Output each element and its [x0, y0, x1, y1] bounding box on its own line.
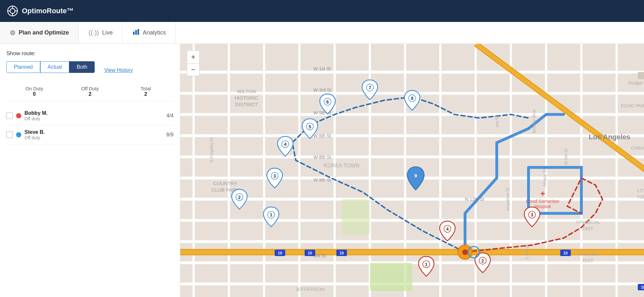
svg-rect-39	[370, 263, 412, 291]
svg-text:2: 2	[481, 258, 484, 263]
logo-text: OptimoRoute™	[22, 7, 74, 15]
svg-point-104	[462, 249, 468, 255]
stat-total: Total 2	[118, 86, 174, 97]
map-controls: + −	[187, 50, 200, 76]
svg-text:W 3rd St: W 3rd St	[313, 87, 331, 93]
view-history-link[interactable]: View History	[104, 64, 133, 76]
stats-row: On Duty 0 Off Duty 2 Total 2	[6, 86, 174, 101]
stat-on-duty: On Duty 0	[6, 86, 62, 97]
route-toggle: Planned Actual Both	[6, 61, 95, 73]
svg-text:N 12th St: N 12th St	[465, 197, 484, 202]
svg-point-1	[10, 8, 15, 13]
app-logo: OptimoRoute™	[6, 5, 74, 17]
svg-text:Good Samaritan: Good Samaritan	[526, 199, 559, 204]
svg-text:4: 4	[284, 142, 287, 147]
svg-text:1: 1	[270, 212, 272, 217]
svg-text:LITTLE: LITTLE	[637, 188, 644, 193]
svg-text:Beverly Blvd: Beverly Blvd	[532, 110, 536, 133]
svg-text:10: 10	[308, 251, 312, 255]
driver-checkbox-0[interactable]	[6, 113, 13, 119]
driver-info-1: Steve B. Off duty	[24, 129, 163, 140]
svg-text:5: 5	[309, 124, 311, 129]
tab-live-label: Live	[102, 29, 113, 36]
svg-text:HISTORIC: HISTORIC	[235, 95, 258, 101]
off-duty-label: Off Duty	[62, 86, 118, 91]
svg-text:6: 6	[326, 99, 329, 104]
tab-analytics[interactable]: Analytics	[123, 22, 176, 44]
svg-text:CHINATOWN: CHINATOWN	[631, 145, 644, 151]
svg-text:Albany St: Albany St	[542, 169, 547, 187]
driver-dot-1	[16, 132, 21, 137]
show-route-label: Show route:	[6, 50, 174, 57]
svg-text:✚: ✚	[540, 191, 545, 197]
svg-text:3: 3	[273, 173, 276, 179]
nav-tabs: ⚙ Plan and Optimize ((·)) Live Analytics	[0, 22, 644, 44]
svg-text:1: 1	[425, 262, 428, 267]
svg-text:W 1st St: W 1st St	[313, 66, 331, 71]
svg-text:10: 10	[564, 251, 568, 255]
driver-name-1: Steve B.	[24, 129, 163, 135]
toggle-both-btn[interactable]: Both	[69, 61, 95, 73]
svg-text:4: 4	[446, 226, 449, 232]
svg-text:S Kingsley Dr: S Kingsley Dr	[209, 137, 214, 163]
driver-row[interactable]: Bobby M. Off duty 4/4	[6, 106, 174, 125]
svg-rect-40	[342, 199, 370, 234]
svg-text:10: 10	[339, 251, 344, 255]
svg-text:2: 2	[238, 195, 241, 200]
svg-text:FASHION: FASHION	[578, 252, 598, 257]
driver-name-0: Bobby M.	[24, 110, 163, 116]
driver-row[interactable]: Steve B. Off duty 8/9	[6, 125, 174, 144]
svg-text:DISTRICT: DISTRICT	[235, 102, 258, 107]
on-duty-value: 0	[6, 91, 62, 97]
svg-text:WILTON: WILTON	[237, 89, 256, 94]
svg-text:DIST.: DIST.	[583, 258, 594, 263]
tab-plan-label: Plan and Optimize	[19, 29, 69, 36]
driver-checkbox-1[interactable]	[6, 132, 13, 138]
signal-icon: ((·))	[89, 29, 99, 36]
svg-text:Dodger Stadium: Dodger Stadium	[628, 80, 644, 85]
driver-dot-0	[16, 113, 21, 118]
zoom-in-btn[interactable]: +	[187, 50, 200, 63]
svg-text:W 6th St: W 6th St	[313, 133, 331, 138]
total-label: Total	[118, 86, 174, 91]
driver-info-0: Bobby M. Off duty	[24, 110, 163, 121]
toggle-planned-btn[interactable]: Planned	[6, 61, 40, 73]
gear-icon: ⚙	[10, 29, 15, 37]
toggle-actual-btn[interactable]: Actual	[40, 61, 69, 73]
tab-live[interactable]: ((·)) Live	[79, 22, 123, 44]
svg-rect-6	[133, 32, 135, 35]
off-duty-value: 2	[62, 91, 118, 97]
driver-list: Bobby M. Off duty 4/4 Steve B. Off duty …	[6, 106, 174, 144]
main-layout: Show route: Planned Actual Both View His…	[0, 44, 644, 297]
svg-text:ECHO PARK: ECHO PARK	[621, 103, 644, 108]
stat-off-duty: Off Duty 2	[62, 86, 118, 97]
on-duty-label: On Duty	[6, 86, 62, 91]
svg-rect-107	[638, 72, 644, 79]
svg-text:TOKYO: TOKYO	[637, 194, 644, 200]
svg-text:FINANCIAL: FINANCIAL	[576, 220, 600, 225]
tab-plan-optimize[interactable]: ⚙ Plan and Optimize	[0, 22, 79, 44]
svg-text:8: 8	[411, 96, 413, 101]
svg-text:10: 10	[641, 285, 644, 290]
bar-chart-icon	[132, 28, 139, 37]
svg-text:Arapahoe St: Arapahoe St	[505, 187, 510, 211]
driver-count-0: 4/4	[166, 113, 174, 119]
svg-text:W 8th St: W 8th St	[313, 154, 331, 160]
svg-text:W 9th St: W 9th St	[313, 177, 331, 183]
svg-text:JEFFERSON: JEFFERSON	[295, 286, 325, 292]
svg-text:S Hill St: S Hill St	[525, 244, 529, 260]
logo-icon	[6, 5, 19, 17]
driver-status-0: Off duty	[24, 116, 163, 121]
total-value: 2	[118, 91, 174, 97]
tab-analytics-label: Analytics	[143, 29, 166, 36]
map-svg: W 1st St W 3rd St W 5th St W 6th St W 8t…	[180, 44, 644, 297]
svg-text:ncil St: ncil St	[495, 116, 499, 127]
svg-text:W 5th St: W 5th St	[564, 149, 568, 165]
zoom-out-btn[interactable]: −	[187, 63, 200, 76]
svg-text:COUNTRY: COUNTRY	[213, 181, 237, 186]
map-area: + −	[180, 44, 644, 297]
route-toggle-row: Planned Actual Both View History	[6, 61, 174, 79]
svg-text:10: 10	[278, 251, 282, 255]
svg-rect-7	[135, 30, 137, 35]
driver-status-1: Off duty	[24, 135, 163, 140]
